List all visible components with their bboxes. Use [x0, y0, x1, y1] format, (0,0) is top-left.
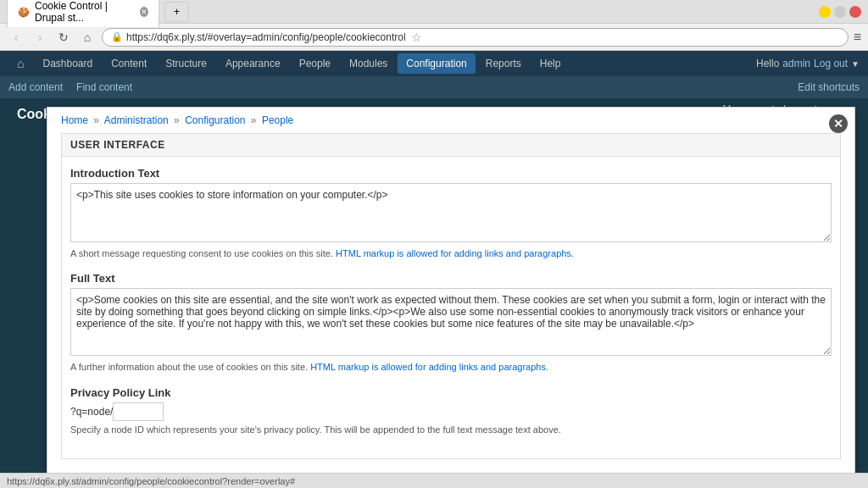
browser-new-tab[interactable]: +: [164, 2, 189, 22]
nav-home[interactable]: ⌂: [8, 53, 32, 75]
privacy-policy-input[interactable]: [113, 402, 164, 421]
breadcrumb-people[interactable]: People: [262, 114, 293, 126]
username-link[interactable]: admin: [782, 58, 810, 69]
close-button[interactable]: [849, 6, 861, 18]
maximize-button[interactable]: [834, 6, 846, 18]
breadcrumb-admin[interactable]: Administration: [104, 114, 169, 126]
modal-close-button[interactable]: ✕: [829, 114, 848, 133]
section-header-ui: USER INTERFACE: [61, 133, 841, 156]
intro-text-label: Introduction Text: [70, 167, 832, 180]
edit-shortcuts-link[interactable]: Edit shortcuts: [798, 81, 860, 93]
drupal-navbar: ⌂ Dashboard Content Structure Appearance…: [0, 51, 868, 76]
minimize-button[interactable]: [819, 6, 831, 18]
nav-help[interactable]: Help: [531, 53, 570, 74]
breadcrumb: Home » Administration » Configuration » …: [47, 108, 854, 133]
full-text-label: Full Text: [70, 272, 832, 285]
add-content-link[interactable]: Add content: [8, 81, 63, 93]
back-button[interactable]: ‹: [7, 28, 25, 47]
tab-favicon: 🍪: [18, 7, 30, 18]
bookmark-star-icon[interactable]: ☆: [411, 30, 422, 44]
nav-configuration[interactable]: Configuration: [398, 53, 475, 74]
find-content-link[interactable]: Find content: [76, 81, 132, 93]
browser-menu-icon[interactable]: ≡: [854, 30, 861, 45]
full-text-hint: A further information about the use of c…: [70, 361, 832, 374]
lock-icon: 🔒: [111, 31, 123, 42]
privacy-policy-hint: Specify a node ID which represents your …: [70, 424, 832, 436]
intro-text-textarea[interactable]: [70, 183, 832, 242]
nav-people[interactable]: People: [291, 53, 339, 74]
status-bar: https://dq6x.ply.st/admin/config/people/…: [0, 473, 868, 488]
privacy-prefix-text: ?q=node/: [70, 406, 113, 418]
browser-tab[interactable]: 🍪 Cookie Control | Drupal st... ✕: [7, 0, 159, 27]
nav-modules[interactable]: Modules: [341, 53, 396, 74]
section-body-ui: Introduction Text A short message reques…: [61, 156, 841, 459]
full-text-textarea[interactable]: [70, 288, 832, 356]
nav-reports[interactable]: Reports: [477, 53, 530, 74]
address-bar[interactable]: 🔒 https://dq6x.ply.st/#overlay=admin/con…: [102, 28, 849, 47]
nav-user-area: Hello admin Log out ▼: [756, 58, 860, 69]
dropdown-arrow-icon[interactable]: ▼: [851, 59, 860, 69]
privacy-link-row: ?q=node/: [70, 402, 832, 421]
home-nav-button[interactable]: ⌂: [78, 28, 97, 47]
browser-toolbar: ‹ › ↻ ⌂ 🔒 https://dq6x.ply.st/#overlay=a…: [0, 24, 868, 51]
form-group-fulltext: Full Text A further information about th…: [70, 272, 832, 374]
intro-text-hint: A short message requesting consent to us…: [70, 247, 832, 260]
breadcrumb-home[interactable]: Home: [61, 114, 88, 126]
hello-text: Hello: [756, 58, 779, 69]
fulltext-html-markup-link[interactable]: HTML markup is allowed for adding links …: [310, 362, 548, 372]
form-group-privacy: Privacy Policy Link ?q=node/ Specify a n…: [70, 386, 832, 436]
nav-dashboard[interactable]: Dashboard: [34, 53, 101, 74]
browser-titlebar: 🍪 Cookie Control | Drupal st... ✕ +: [0, 0, 868, 24]
intro-html-markup-link[interactable]: HTML markup is allowed for adding links …: [336, 248, 574, 258]
nav-content[interactable]: Content: [103, 53, 155, 74]
shortcuts-bar: Add content Find content Edit shortcuts: [0, 76, 868, 98]
breadcrumb-config[interactable]: Configuration: [185, 114, 245, 126]
home-icon: ⌂: [17, 57, 24, 70]
nav-structure[interactable]: Structure: [157, 53, 215, 74]
logout-link[interactable]: Log out: [814, 58, 848, 69]
page-background: Cookie Control i My account Log out Drup…: [0, 98, 868, 488]
form-content: USER INTERFACE Introduction Text A short…: [47, 133, 854, 473]
form-group-intro: Introduction Text A short message reques…: [70, 167, 832, 260]
tab-title: Cookie Control | Drupal st...: [35, 0, 135, 24]
modal-overlay: ✕ Home » Administration » Configuration …: [47, 107, 855, 488]
tab-close-button[interactable]: ✕: [140, 7, 148, 17]
status-url: https://dq6x.ply.st/admin/config/people/…: [7, 476, 295, 486]
window-controls: [819, 6, 861, 18]
forward-button[interactable]: ›: [31, 28, 49, 47]
url-text: https://dq6x.ply.st/#overlay=admin/confi…: [126, 31, 406, 43]
refresh-button[interactable]: ↻: [54, 28, 73, 47]
nav-appearance[interactable]: Appearance: [217, 53, 289, 74]
privacy-policy-label: Privacy Policy Link: [70, 386, 832, 399]
